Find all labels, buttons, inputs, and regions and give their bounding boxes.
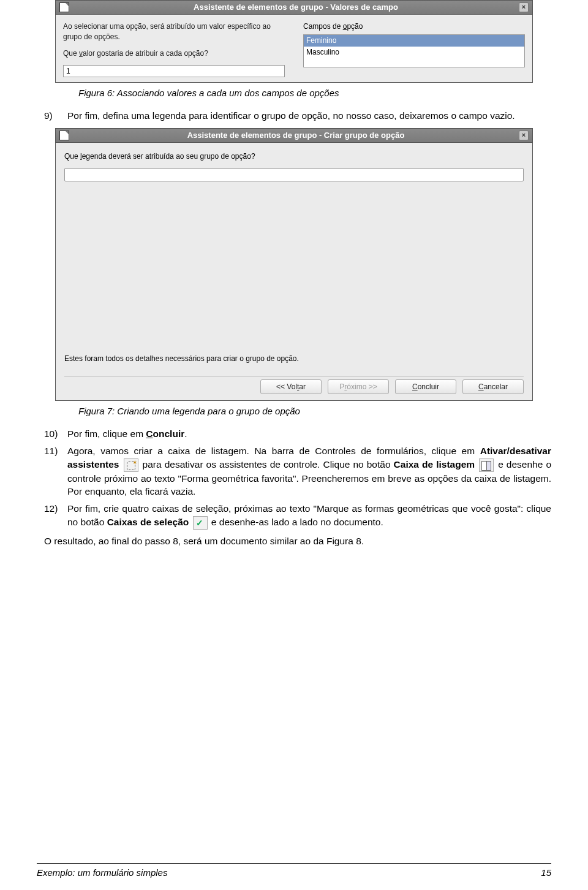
options-label: Campos de opção — [303, 21, 525, 32]
close-icon[interactable]: × — [519, 131, 529, 140]
left-column: Ao selecionar uma opção, será atribuído … — [63, 21, 285, 77]
dialog-values: Assistente de elementos de grupo - Valor… — [55, 0, 533, 83]
page-footer: Exemplo: um formulário simples 15 — [37, 863, 551, 879]
figure-caption-6: Figura 6: Associando valores a cada um d… — [78, 86, 533, 99]
titlebar: Assistente de elementos de grupo - Criar… — [56, 129, 532, 143]
footer-title: Exemplo: um formulário simples — [37, 866, 167, 879]
step-text: Por fim, defina uma legenda para identif… — [67, 109, 551, 123]
step-text: Por fim, clique em Concluir. — [67, 427, 551, 441]
checkbox-icon — [193, 516, 208, 530]
back-button[interactable]: << Voltar — [260, 379, 322, 395]
list-item[interactable]: Feminino — [304, 35, 524, 47]
button-row: << Voltar Próximo >> Concluir Cancelar — [64, 376, 524, 395]
step-10: 10) Por fim, clique em Concluir. — [44, 427, 551, 441]
window-title: Assistente de elementos de grupo - Criar… — [73, 130, 519, 141]
legend-input[interactable] — [64, 168, 524, 181]
result-paragraph: O resultado, ao final do passo 8, será u… — [44, 534, 551, 548]
instruction-text-1: Ao selecionar uma opção, será atribuído … — [63, 21, 285, 42]
value-input[interactable] — [63, 65, 285, 77]
dialog-body: Ao selecionar uma opção, será atribuído … — [56, 15, 532, 82]
step-text: Agora, vamos criar a caixa de listagem. … — [67, 444, 551, 498]
cancel-button[interactable]: Cancelar — [462, 379, 524, 395]
step-number: 11) — [44, 444, 67, 498]
next-button[interactable]: Próximo >> — [328, 379, 389, 395]
window-icon — [59, 131, 69, 140]
step-number: 10) — [44, 427, 67, 441]
window-icon — [59, 2, 69, 12]
right-column: Campos de opção Feminino Masculino — [303, 21, 525, 77]
legend-prompt: Que legenda deverá ser atribuída ao seu … — [64, 151, 524, 162]
step-number: 12) — [44, 502, 67, 530]
close-icon[interactable]: × — [519, 2, 529, 12]
summary-text: Estes foram todos os detalhes necessário… — [64, 354, 524, 364]
step-12: 12) Por fim, crie quatro caixas de seleç… — [44, 502, 551, 530]
figure-caption-7: Figura 7: Criando uma legenda para o gru… — [78, 405, 533, 417]
window-title: Assistente de elementos de grupo - Valor… — [73, 2, 519, 13]
step-text: Por fim, crie quatro caixas de seleção, … — [67, 502, 551, 530]
finish-button[interactable]: Concluir — [395, 379, 456, 395]
step-11: 11) Agora, vamos criar a caixa de listag… — [44, 444, 551, 498]
step-9: 9) Por fim, defina uma legenda para iden… — [44, 109, 551, 123]
wand-icon — [124, 458, 138, 472]
page-number: 15 — [541, 866, 551, 879]
instruction-text-2: Que valor gostaria de atribuir a cada op… — [63, 48, 285, 59]
dialog-body: Que legenda deverá ser atribuída ao seu … — [56, 143, 532, 400]
step-number: 9) — [44, 109, 67, 123]
options-listbox[interactable]: Feminino Masculino — [303, 34, 525, 67]
list-item[interactable]: Masculino — [304, 47, 524, 58]
dialog-legend: Assistente de elementos de grupo - Criar… — [55, 128, 533, 401]
titlebar: Assistente de elementos de grupo - Valor… — [56, 1, 532, 15]
listbox-icon — [479, 458, 494, 472]
